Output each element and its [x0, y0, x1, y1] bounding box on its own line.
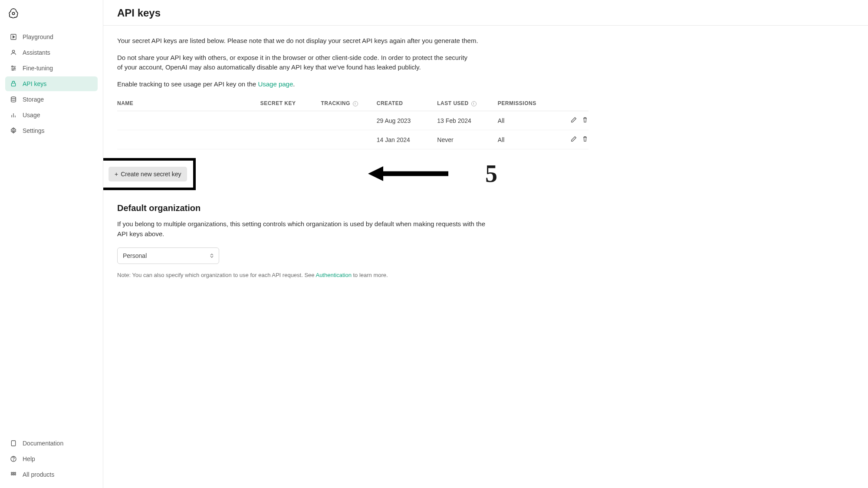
- col-secret: SECRET KEY: [260, 96, 321, 111]
- annotation-arrow: 5: [368, 160, 497, 188]
- page-title: API keys: [117, 7, 854, 19]
- select-value: Personal: [123, 252, 147, 259]
- authentication-link[interactable]: Authentication: [316, 272, 351, 278]
- help-icon: [10, 455, 17, 463]
- api-keys-icon: [10, 80, 17, 88]
- svg-point-7: [12, 66, 13, 67]
- col-lastused: LAST USED i: [437, 96, 498, 111]
- sidebar-item-settings[interactable]: Settings: [5, 123, 98, 138]
- col-created: CREATED: [377, 96, 437, 111]
- table-header-row: NAME SECRET KEY TRACKING i CREATED LAST …: [117, 96, 589, 111]
- all-products-icon: [10, 471, 17, 478]
- annotation-number: 5: [485, 160, 497, 188]
- svg-point-18: [13, 460, 14, 461]
- sidebar-item-api-keys[interactable]: API keys: [5, 76, 98, 91]
- sidebar-item-label: Documentation: [23, 440, 63, 447]
- org-note: Note: You can also specify which organiz…: [117, 272, 589, 278]
- settings-icon: [10, 127, 17, 135]
- cell-lastused: 13 Feb 2024: [437, 111, 498, 130]
- svg-marker-26: [368, 166, 383, 181]
- svg-point-8: [14, 68, 15, 69]
- svg-point-24: [15, 474, 16, 475]
- chevron-up-down-icon: [210, 254, 214, 258]
- nav-bottom: Documentation Help All products: [5, 436, 98, 482]
- svg-marker-2: [13, 36, 15, 38]
- sidebar-item-label: Storage: [23, 96, 44, 103]
- nav-main: Playground Assistants Fine-tuning API ke…: [5, 30, 98, 138]
- sidebar-item-help[interactable]: Help: [5, 452, 98, 466]
- default-org-title: Default organization: [117, 203, 589, 213]
- svg-point-22: [11, 474, 13, 475]
- sidebar-item-assistants[interactable]: Assistants: [5, 45, 98, 60]
- sidebar-item-fine-tuning[interactable]: Fine-tuning: [5, 61, 98, 76]
- button-label: Create new secret key: [121, 171, 181, 178]
- sidebar-item-label: All products: [23, 471, 54, 478]
- edit-button[interactable]: [570, 116, 577, 125]
- sidebar-item-label: Usage: [23, 112, 40, 119]
- plus-icon: +: [115, 171, 118, 178]
- cell-created: 14 Jan 2024: [377, 130, 437, 149]
- col-permissions: PERMISSIONS: [498, 96, 556, 111]
- sidebar-item-usage[interactable]: Usage: [5, 108, 98, 122]
- sidebar-item-label: Fine-tuning: [23, 65, 53, 72]
- svg-point-0: [12, 12, 14, 14]
- sidebar-item-label: API keys: [23, 80, 46, 87]
- sidebar-item-label: Playground: [23, 33, 53, 40]
- svg-point-21: [15, 472, 16, 474]
- col-tracking: TRACKING i: [321, 96, 376, 111]
- description-text: Do not share your API key with others, o…: [117, 53, 473, 73]
- svg-point-20: [13, 472, 14, 474]
- description-text: Your secret API keys are listed below. P…: [117, 36, 589, 46]
- delete-button[interactable]: [582, 116, 589, 125]
- storage-icon: [10, 96, 17, 103]
- default-org-desc: If you belong to multiple organizations,…: [117, 219, 486, 239]
- description: Your secret API keys are listed below. P…: [117, 36, 589, 89]
- info-icon: i: [353, 101, 358, 106]
- sidebar-item-playground[interactable]: Playground: [5, 30, 98, 44]
- svg-point-19: [11, 472, 13, 474]
- sidebar-item-storage[interactable]: Storage: [5, 92, 98, 107]
- svg-point-15: [13, 130, 14, 132]
- fine-tuning-icon: [10, 64, 17, 72]
- table-row: 14 Jan 2024 Never All: [117, 130, 589, 149]
- org-select[interactable]: Personal: [117, 247, 219, 264]
- usage-icon: [10, 111, 17, 119]
- cell-lastused: Never: [437, 130, 498, 149]
- svg-point-3: [12, 50, 14, 53]
- svg-rect-10: [11, 83, 15, 86]
- sidebar-item-label: Settings: [23, 127, 45, 134]
- logo: [5, 6, 98, 30]
- table-row: 29 Aug 2023 13 Feb 2024 All: [117, 111, 589, 130]
- svg-point-11: [11, 97, 16, 99]
- cell-permissions: All: [498, 111, 556, 130]
- create-new-secret-key-button[interactable]: + Create new secret key: [108, 167, 187, 181]
- main-content: API keys Your secret API keys are listed…: [103, 0, 868, 488]
- info-icon: i: [471, 101, 477, 106]
- documentation-icon: [10, 439, 17, 447]
- col-name: NAME: [117, 96, 260, 111]
- arrow-left-icon: [368, 163, 450, 185]
- sidebar-item-label: Help: [23, 455, 35, 462]
- api-keys-table: NAME SECRET KEY TRACKING i CREATED LAST …: [117, 96, 589, 149]
- sidebar-item-documentation[interactable]: Documentation: [5, 436, 98, 451]
- col-actions: [556, 96, 589, 111]
- usage-page-link[interactable]: Usage page: [258, 80, 293, 88]
- annotation-highlight-box: + Create new secret key: [103, 158, 196, 190]
- delete-button[interactable]: [582, 135, 589, 144]
- description-text: Enable tracking to see usage per API key…: [117, 79, 589, 89]
- playground-icon: [10, 33, 17, 41]
- edit-button[interactable]: [570, 135, 577, 144]
- sidebar-item-all-products[interactable]: All products: [5, 467, 98, 482]
- svg-rect-16: [11, 441, 15, 446]
- sidebar-item-label: Assistants: [23, 49, 50, 56]
- cell-permissions: All: [498, 130, 556, 149]
- page-header: API keys: [103, 0, 868, 26]
- svg-point-9: [12, 69, 13, 71]
- cell-created: 29 Aug 2023: [377, 111, 437, 130]
- assistants-icon: [10, 49, 17, 56]
- svg-point-23: [13, 474, 14, 475]
- sidebar: Playground Assistants Fine-tuning API ke…: [0, 0, 103, 488]
